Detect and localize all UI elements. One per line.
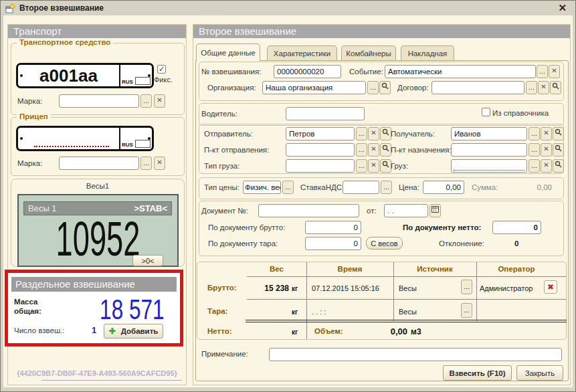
title-bar: Второе взвешивание ✕ [1, 1, 575, 15]
vehicle-marka-label: Марка: [17, 97, 42, 105]
scale-display: Весы 1 >STAB< 10952 >0< [17, 194, 179, 267]
russia-flag-icon [135, 77, 151, 85]
trailer-marka-clear-button[interactable]: ✕ [154, 157, 165, 170]
organization-search-button[interactable] [379, 81, 391, 94]
russia-flag-icon [135, 140, 151, 148]
trailer-group-legend: Прицеп [17, 112, 51, 120]
contract-select-button[interactable]: ... [526, 81, 537, 94]
add-weighing-button[interactable]: ✚ Добавить [104, 324, 163, 338]
tab-obshchie-dannye[interactable]: Общие данные [196, 43, 260, 61]
fix-checkbox[interactable]: ✓ [157, 65, 166, 74]
plate-bolt-right [148, 74, 151, 77]
form-guid: {4420C9B7-DB0F-47E9-A493-560A9CAFCD95} [8, 369, 186, 377]
window: Второе взвешивание ✕ Транспорт Транспорт… [0, 0, 576, 392]
weigh-count-label: Число взвеш.: [14, 326, 65, 334]
plate-bolt-left [20, 74, 23, 77]
organization-label: Организация: [207, 84, 256, 92]
contract-label: Договор: [397, 84, 429, 92]
separate-weighing-highlight: Раздельное взвешивание Масса общая: 18 5… [5, 270, 183, 347]
magnifier-icon [552, 82, 559, 90]
contract-clear-button[interactable]: ✕ [538, 81, 549, 94]
vehicle-plate[interactable]: а001аа RUS [16, 63, 154, 88]
plate-region-code: RUS [122, 142, 133, 148]
event-select-button[interactable]: ... [537, 65, 548, 78]
scale-name: Весы 1 [28, 203, 57, 213]
form-icon [5, 3, 15, 13]
guid-underline [41, 380, 182, 381]
vehicle-marka-clear-button[interactable]: ✕ [154, 94, 165, 108]
window-title: Второе взвешивание [19, 3, 104, 13]
event-input[interactable]: Автоматически [385, 65, 536, 78]
weighing-panel: Второе взвешивание Общие данные Характер… [193, 24, 571, 385]
weigh-count-value: 1 [92, 325, 96, 335]
transport-header: Транспорт [8, 25, 186, 38]
vehicle-group-legend: Транспортное средство [17, 38, 113, 46]
organization-select-button[interactable]: ... [367, 81, 379, 94]
tab-content [195, 60, 569, 381]
plate-region-code: RUS [122, 79, 133, 85]
event-clear-button[interactable]: ✕ [549, 65, 560, 78]
plus-icon: ✚ [109, 326, 116, 336]
close-button[interactable]: ✕ [558, 2, 567, 14]
vehicle-marka-input[interactable] [59, 94, 139, 108]
magnifier-icon [381, 82, 389, 90]
total-mass-value: 18 571 [100, 294, 164, 326]
contract-input[interactable] [431, 81, 524, 94]
contract-search-button[interactable] [550, 81, 561, 94]
fix-label: Фикс. [154, 76, 173, 84]
tab-kombaynery[interactable]: Комбайнеры [341, 45, 396, 61]
trailer-marka-input[interactable] [59, 157, 139, 170]
scale-weight-value: 10952 [49, 219, 147, 258]
plate-bolt-right [148, 137, 151, 140]
vehicle-plate-number: а001аа [39, 66, 98, 86]
total-mass-label: Масса общая: [14, 297, 41, 316]
plate-required-underline [34, 146, 109, 147]
organization-input[interactable]: Наша организация [262, 81, 366, 94]
plate-bolt-left [20, 137, 23, 140]
tab-kharakteristiki[interactable]: Характеристики [267, 45, 337, 61]
vehicle-marka-select-button[interactable]: ... [140, 94, 152, 108]
trailer-plate[interactable]: RUS [16, 126, 154, 151]
scales-group-title: Весы1 [11, 182, 184, 190]
scale-zero-button[interactable]: >0< [132, 255, 163, 266]
weighing-number-label: № взвешивания: [201, 68, 261, 76]
trailer-marka-label: Марка: [17, 159, 42, 167]
tab-nakladnaya[interactable]: Накладная [401, 45, 454, 61]
weighing-number-input[interactable]: 00000000020 [274, 65, 341, 78]
weighing-header: Второе взвешивание [193, 25, 570, 38]
event-label: Событие: [349, 68, 383, 76]
trailer-marka-select-button[interactable]: ... [140, 157, 152, 170]
separate-weighing-header: Раздельное взвешивание [11, 277, 177, 292]
